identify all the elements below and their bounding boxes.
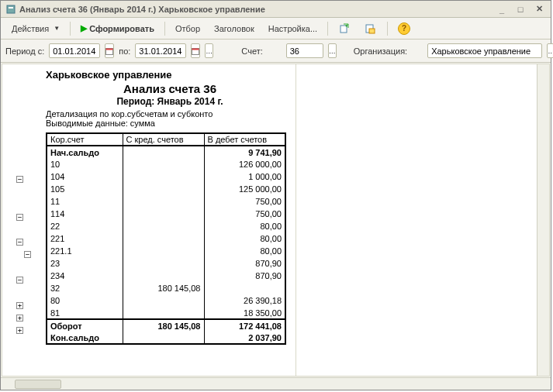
svg-rect-1 bbox=[9, 7, 13, 9]
minimize-button[interactable]: _ bbox=[495, 3, 509, 15]
cell-credit bbox=[123, 146, 204, 158]
table-row: 105125 000,00 bbox=[47, 183, 285, 195]
tree-collapse-icon[interactable]: − bbox=[16, 214, 23, 221]
period-to-input[interactable] bbox=[135, 43, 186, 58]
table-row: 11750,00 bbox=[47, 195, 285, 208]
org-label: Организация: bbox=[354, 46, 407, 56]
period-from-input[interactable] bbox=[49, 43, 100, 58]
tree-gutter: −−−−−+++ bbox=[2, 64, 38, 376]
maximize-button[interactable]: □ bbox=[513, 3, 527, 15]
cell-account: Нач.сальдо bbox=[47, 146, 123, 158]
settings-button[interactable]: Настройка... bbox=[262, 21, 323, 36]
cell-debit: 80,00 bbox=[204, 232, 285, 245]
cell-credit bbox=[123, 294, 204, 307]
content-area: −−−−−+++ Харьковское управление Анализ с… bbox=[2, 64, 550, 377]
table-row: 221.180,00 bbox=[47, 245, 285, 257]
cell-credit bbox=[123, 208, 204, 220]
report-period: Период: Январь 2014 г. bbox=[46, 96, 294, 107]
cell-credit: 180 145,08 bbox=[123, 282, 204, 294]
cell-credit bbox=[123, 270, 204, 282]
cell-credit bbox=[123, 307, 204, 319]
report-title: Анализ счета 36 bbox=[46, 82, 294, 95]
help-icon: ? bbox=[398, 22, 410, 35]
vertical-scrollbar[interactable] bbox=[537, 64, 549, 376]
tree-collapse-icon[interactable]: − bbox=[16, 239, 23, 246]
account-ellipsis[interactable]: … bbox=[328, 43, 337, 58]
window-controls: _ □ ✕ bbox=[495, 3, 546, 15]
cell-account: Оборот bbox=[47, 319, 123, 332]
help-button[interactable]: ? bbox=[392, 19, 416, 38]
chevron-down-icon: ▼ bbox=[54, 25, 60, 32]
period-to-label: по: bbox=[119, 46, 130, 56]
cell-debit: 18 350,00 bbox=[204, 307, 285, 319]
window-root: Анализ счета 36 (Январь 2014 г.) Харьков… bbox=[0, 0, 551, 390]
cell-credit bbox=[123, 158, 204, 170]
tree-collapse-icon[interactable]: − bbox=[16, 176, 23, 183]
table-row: 10126 000,00 bbox=[47, 158, 285, 170]
export-button[interactable] bbox=[332, 19, 357, 38]
actions-label: Действия bbox=[12, 24, 49, 33]
tree-expand-icon[interactable]: + bbox=[16, 315, 23, 322]
cell-debit: 125 000,00 bbox=[204, 183, 285, 195]
cell-debit: 2 037,90 bbox=[204, 332, 285, 344]
generate-label: Сформировать bbox=[89, 24, 154, 33]
play-icon: ▶ bbox=[81, 23, 87, 33]
cell-credit bbox=[123, 195, 204, 208]
report-org: Харьковское управление bbox=[46, 69, 529, 81]
titlebar: Анализ счета 36 (Январь 2014 г.) Харьков… bbox=[1, 1, 551, 18]
toolbar: Действия ▼ ▶ Сформировать Отбор Заголово… bbox=[1, 18, 551, 40]
cell-account: 234 bbox=[47, 270, 123, 282]
svg-rect-4 bbox=[369, 29, 375, 33]
org-ellipsis[interactable]: … bbox=[547, 43, 553, 58]
restore-icon bbox=[365, 22, 377, 35]
separator bbox=[164, 22, 165, 36]
cell-debit: 1 000,00 bbox=[204, 170, 285, 183]
svg-rect-2 bbox=[340, 26, 347, 33]
table-row-closing: Кон.сальдо2 037,90 bbox=[47, 332, 285, 344]
tree-collapse-icon[interactable]: − bbox=[24, 251, 31, 258]
cell-debit: 26 390,18 bbox=[204, 294, 285, 307]
cell-account: 80 bbox=[47, 294, 123, 307]
cell-debit: 9 741,90 bbox=[204, 146, 285, 158]
actions-menu[interactable]: Действия ▼ bbox=[5, 21, 66, 36]
cell-account: 23 bbox=[47, 257, 123, 270]
org-input[interactable] bbox=[427, 43, 542, 58]
filter-button[interactable]: Отбор bbox=[169, 21, 206, 36]
date-picker-from[interactable] bbox=[105, 43, 114, 58]
horizontal-scrollbar[interactable] bbox=[1, 377, 551, 390]
table-row: Нач.сальдо9 741,90 bbox=[47, 146, 285, 158]
col-credit: С кред. счетов bbox=[123, 133, 204, 146]
cell-account: 114 bbox=[47, 208, 123, 220]
tree-expand-icon[interactable]: + bbox=[16, 302, 23, 309]
cell-credit bbox=[123, 220, 204, 232]
period-from-label: Период с: bbox=[5, 46, 44, 56]
close-button[interactable]: ✕ bbox=[532, 3, 546, 15]
tree-expand-icon[interactable]: + bbox=[16, 327, 23, 334]
generate-button[interactable]: ▶ Сформировать bbox=[74, 20, 161, 36]
cell-debit: 870,90 bbox=[204, 270, 285, 282]
cell-account: 22 bbox=[47, 220, 123, 232]
tree-collapse-icon[interactable]: − bbox=[16, 277, 23, 284]
cell-credit: 180 145,08 bbox=[123, 319, 204, 332]
cell-account: 104 bbox=[47, 170, 123, 183]
table-row: 234870,90 bbox=[47, 270, 285, 282]
date-picker-to[interactable] bbox=[191, 43, 200, 58]
account-input[interactable] bbox=[286, 43, 323, 58]
table-row: 114750,00 bbox=[47, 208, 285, 220]
report-area: Харьковское управление Анализ счета 36 П… bbox=[38, 64, 537, 376]
period-ellipsis[interactable]: … bbox=[205, 43, 213, 58]
header-button[interactable]: Заголовок bbox=[208, 21, 261, 36]
cell-debit: 750,00 bbox=[204, 208, 285, 220]
cell-credit bbox=[123, 183, 204, 195]
cell-debit: 80,00 bbox=[204, 245, 285, 257]
separator bbox=[70, 22, 71, 36]
separator bbox=[387, 22, 388, 36]
export-icon bbox=[338, 22, 351, 35]
cell-account: 81 bbox=[47, 307, 123, 319]
table-row: 8026 390,18 bbox=[47, 294, 285, 307]
table-row: 2280,00 bbox=[47, 220, 285, 232]
restore-button[interactable] bbox=[358, 19, 383, 38]
cell-account: 221 bbox=[47, 232, 123, 245]
scrollbar-thumb[interactable] bbox=[15, 380, 61, 389]
cell-debit: 172 441,08 bbox=[204, 319, 285, 332]
